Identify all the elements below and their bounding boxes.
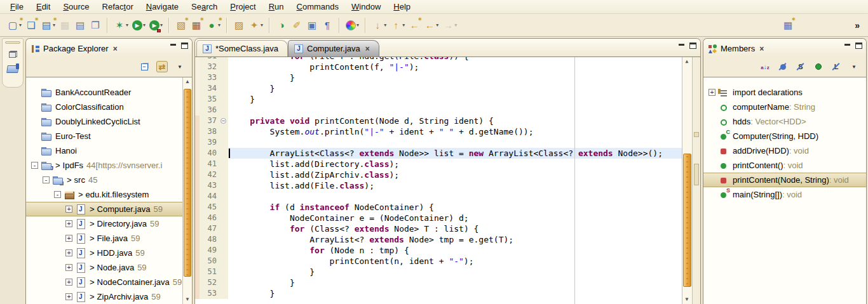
view-menu-icon[interactable]: ▼ bbox=[174, 61, 186, 72]
code-text[interactable]: } bbox=[228, 267, 682, 277]
member-item-adddrive-hdd[interactable]: addDrive(HDD) : void bbox=[703, 143, 866, 158]
code-text[interactable]: if (d instanceof NodeContainer) { bbox=[228, 202, 682, 213]
dropdown-arrow-icon[interactable]: ▾ bbox=[160, 22, 163, 28]
external-tools-icon[interactable]: ▶▾ bbox=[147, 17, 165, 34]
menu-file[interactable]: File bbox=[4, 0, 30, 13]
code-text[interactable]: ArrayList<? extends Node> tmp = e.get(T)… bbox=[228, 234, 682, 245]
member-item-computername[interactable]: computerName : String bbox=[703, 100, 866, 114]
close-icon[interactable]: × bbox=[113, 44, 118, 53]
next-annotation-icon[interactable]: ↓▾ bbox=[370, 17, 388, 34]
editor-tab-someclass[interactable]: J *SomeClass.java bbox=[196, 40, 288, 56]
previous-annotation-icon[interactable]: ↑▾ bbox=[388, 17, 407, 34]
code-text[interactable]: ArrayList<Class<? extends Node>> list = … bbox=[228, 148, 682, 159]
block-selection-icon[interactable]: ▣ bbox=[304, 17, 320, 34]
code-line-42[interactable]: 42 list.add(ZipArchiv.class); bbox=[195, 169, 700, 180]
save-all-icon[interactable]: ❐ bbox=[88, 17, 103, 34]
tree-item-colorclassification[interactable]: ColorClassification bbox=[26, 100, 184, 114]
member-item-import-declarations[interactable]: +import declarations bbox=[703, 85, 866, 100]
open-perspective-icon[interactable]: ▦✶ bbox=[780, 17, 796, 34]
new-window-icon[interactable]: ❏✶ bbox=[24, 17, 39, 34]
code-text[interactable] bbox=[228, 105, 682, 116]
tree-item-node-java[interactable]: +>Node.java59 bbox=[26, 260, 184, 275]
link-with-editor-icon[interactable]: ⇄ bbox=[156, 61, 168, 72]
toolbar-overflow-chevron[interactable]: » bbox=[855, 20, 859, 30]
maximize-button[interactable] bbox=[181, 43, 188, 49]
dropdown-arrow-icon[interactable]: ▾ bbox=[19, 22, 22, 28]
code-line-34[interactable]: 34 } bbox=[195, 83, 700, 94]
print-icon[interactable]: ▤ bbox=[72, 17, 88, 34]
menu-run[interactable]: Run bbox=[262, 0, 290, 13]
menu-navigate[interactable]: Navigate bbox=[140, 0, 185, 13]
tree-item-directory-java[interactable]: +>Directory.java59 bbox=[26, 216, 184, 231]
expander-icon[interactable]: + bbox=[65, 220, 72, 227]
menu-project[interactable]: Project bbox=[224, 0, 262, 13]
code-line-32[interactable]: 32 printContent(f, "|-"); bbox=[195, 62, 700, 72]
expander-icon[interactable]: + bbox=[65, 293, 72, 300]
tree-item-ipdfs[interactable]: -J>IpdFs44 [https://svnserver.i bbox=[26, 158, 184, 173]
new-view-icon[interactable]: ▤✶▾ bbox=[39, 17, 57, 34]
new-wizard-icon[interactable]: ▢✶▾ bbox=[5, 17, 24, 34]
dropdown-arrow-icon[interactable]: ▾ bbox=[436, 22, 438, 28]
code-text[interactable]: printContent(f, "|-"); bbox=[228, 62, 682, 72]
collapse-fold-icon[interactable]: − bbox=[220, 118, 226, 124]
tree-item-doublylinkedcycliclist[interactable]: DoublyLinkedCyclicList bbox=[26, 114, 184, 129]
tree-item-computer-java[interactable]: +>Computer.java59 bbox=[26, 202, 184, 216]
forward-icon[interactable]: →▾ bbox=[440, 17, 459, 34]
member-item-hdds[interactable]: hdds : Vector<HDD> bbox=[703, 114, 866, 129]
member-item-printcontent[interactable]: printContent() : void bbox=[703, 158, 866, 173]
scrollbar-thumb[interactable] bbox=[184, 89, 191, 277]
search-icon[interactable]: ✦▾ bbox=[247, 17, 265, 34]
menu-edit[interactable]: Edit bbox=[30, 0, 57, 13]
overview-mark[interactable] bbox=[694, 132, 699, 137]
dropdown-arrow-icon[interactable]: ▾ bbox=[126, 22, 128, 28]
code-text[interactable] bbox=[228, 137, 682, 148]
tree-item-edu-kit-filesystem[interactable]: ->edu.kit.filesystem bbox=[26, 187, 184, 202]
menu-commands[interactable]: Commands bbox=[290, 0, 345, 13]
tree-item-file-java[interactable]: +>File.java59 bbox=[26, 231, 184, 246]
member-item-printcontent-node-string[interactable]: printContent(Node, String) : void bbox=[703, 173, 866, 187]
show-whitespace-icon[interactable]: ¶ bbox=[320, 17, 335, 34]
code-text[interactable]: for (Class<? extends Node> T : list) { bbox=[228, 223, 682, 234]
menu-window[interactable]: Window bbox=[345, 0, 387, 13]
tree-item-bankaccountreader[interactable]: BankAccountReader bbox=[26, 85, 184, 100]
code-text[interactable]: } bbox=[228, 277, 682, 288]
overview-ruler[interactable] bbox=[693, 57, 700, 304]
code-text[interactable]: System.out.println("|-" + ident + " " + … bbox=[228, 126, 682, 137]
code-text[interactable]: private void printContent(Node d, String… bbox=[228, 116, 682, 126]
expander-icon[interactable]: - bbox=[43, 176, 50, 183]
save-icon[interactable]: ▦ bbox=[57, 17, 72, 34]
code-line-38[interactable]: 38 System.out.println("|-" + ident + " "… bbox=[195, 126, 700, 137]
code-line-47[interactable]: 47 for (Class<? extends Node> T : list) … bbox=[195, 223, 700, 234]
scroll-down-icon[interactable]: ▼ bbox=[684, 296, 690, 303]
code-editor[interactable]: 31 for (File f : hdd.get(File.class)) {3… bbox=[195, 56, 700, 304]
expander-icon[interactable]: + bbox=[65, 235, 72, 242]
color-theme-icon[interactable]: ▾ bbox=[344, 17, 361, 34]
code-line-49[interactable]: 49 for (Node n : tmp) { bbox=[195, 245, 700, 256]
dropdown-arrow-icon[interactable]: ▾ bbox=[261, 22, 263, 28]
code-text[interactable]: NodeContainer e = (NodeContainer) d; bbox=[228, 213, 682, 223]
code-line-36[interactable]: 36 bbox=[195, 105, 700, 116]
tree-item-euro-test[interactable]: Euro-Test bbox=[26, 129, 184, 143]
menu-help[interactable]: Help bbox=[387, 0, 417, 13]
tree-item-hdd-java[interactable]: +>HDD.java59 bbox=[26, 246, 184, 260]
expander-icon[interactable]: + bbox=[65, 279, 72, 286]
dropdown-arrow-icon[interactable]: ▾ bbox=[402, 22, 405, 28]
expander-icon[interactable]: - bbox=[31, 162, 38, 169]
code-text[interactable]: for (Node n : tmp) { bbox=[228, 245, 682, 256]
run-icon[interactable]: ▶▾ bbox=[130, 17, 147, 34]
code-line-39[interactable]: 39 bbox=[195, 137, 700, 148]
menu-source[interactable]: Source bbox=[57, 0, 95, 13]
expander-icon[interactable]: - bbox=[54, 191, 61, 198]
code-line-43[interactable]: 43 list.add(File.class); bbox=[195, 180, 700, 191]
hide-local-types-icon[interactable]: L bbox=[831, 61, 842, 72]
tree-item-ziparchiv-java[interactable]: +>ZipArchiv.java59 bbox=[26, 289, 184, 304]
maximize-button[interactable] bbox=[855, 43, 862, 49]
code-text[interactable]: } bbox=[228, 83, 682, 94]
last-edit-location-icon[interactable]: ←✶ bbox=[407, 17, 422, 34]
package-explorer-scrollbar[interactable]: ▲ ▼ bbox=[182, 77, 192, 304]
show-public-icon[interactable] bbox=[813, 61, 824, 72]
close-icon[interactable]: × bbox=[759, 44, 764, 53]
dropdown-arrow-icon[interactable]: ▾ bbox=[53, 22, 55, 28]
code-line-40[interactable]: 40 ArrayList<Class<? extends Node>> list… bbox=[195, 148, 700, 159]
mark-occurrences-icon[interactable]: ✐ bbox=[289, 17, 304, 34]
